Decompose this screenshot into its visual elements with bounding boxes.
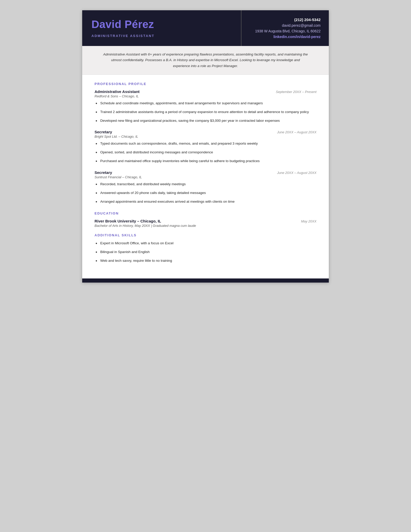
job-title-1: Administrative Assistant xyxy=(95,89,139,94)
bullet-item: Opened, sorted, and distributed incoming… xyxy=(95,150,316,156)
job-entry-2: Secretary June 20XX – August 20XX Bright… xyxy=(95,130,316,165)
resume-document: David Pérez Administrative Assistant (21… xyxy=(82,10,329,283)
bullet-item: Answered upwards of 20 phone calls daily… xyxy=(95,190,316,197)
skill-item: Expert in Microsoft Office, with a focus… xyxy=(95,241,316,247)
edu-header-1: River Brook University – Chicago, IL May… xyxy=(95,219,316,223)
job-entry-1: Administrative Assistant September 20XX … xyxy=(95,89,316,125)
section-title-education: EDUCATION xyxy=(95,211,316,215)
job-dates-1: September 20XX – Present xyxy=(276,90,316,94)
job-title-3: Secretary xyxy=(95,170,112,175)
job-dates-3: June 20XX – August 20XX xyxy=(277,171,316,175)
bullet-item: Developed new filing and organizational … xyxy=(95,118,316,125)
job-title-2: Secretary xyxy=(95,130,112,134)
job-dates-2: June 20XX – August 20XX xyxy=(277,130,316,134)
contact-email: david.perez@gmail.com xyxy=(282,23,321,27)
summary-text: Administrative Assistant with 6+ years o… xyxy=(103,52,308,69)
section-title-skills: ADDITIONAL SKILLS xyxy=(95,233,316,237)
bullet-item: Arranged appointments and ensured execut… xyxy=(95,199,316,206)
contact-phone: (212) 204-5342 xyxy=(294,17,321,22)
section-title-professional: PROFESSIONAL PROFILE xyxy=(95,82,316,86)
skill-item: Web and tech savvy, require little to no… xyxy=(95,258,316,265)
job-bullets-2: Typed documents such as correspondence, … xyxy=(95,141,316,165)
bullet-item: Recorded, transcribed, and distributed w… xyxy=(95,182,316,188)
job-entry-3: Secretary June 20XX – August 20XX Suntru… xyxy=(95,170,316,206)
header-contact: (212) 204-5342 david.perez@gmail.com 193… xyxy=(241,10,329,46)
bullet-item: Trained 2 administrative assistants duri… xyxy=(95,109,316,116)
bullet-item: Typed documents such as correspondence, … xyxy=(95,141,316,148)
job-bullets-3: Recorded, transcribed, and distributed w… xyxy=(95,182,316,206)
job-header-3: Secretary June 20XX – August 20XX xyxy=(95,170,316,175)
job-company-2: Bright Spot Ltd. – Chicago, IL xyxy=(95,135,316,138)
header-left: David Pérez Administrative Assistant xyxy=(82,10,241,46)
candidate-name: David Pérez xyxy=(91,18,232,30)
section-education: EDUCATION River Brook University – Chica… xyxy=(95,211,316,228)
job-company-3: Suntrust Financial – Chicago, IL xyxy=(95,175,316,179)
edu-degree: Bachelor of Arts in History, May 20XX | … xyxy=(95,224,316,228)
edu-dates: May 20XX xyxy=(301,219,316,223)
resume-header: David Pérez Administrative Assistant (21… xyxy=(82,10,329,46)
contact-linkedin: linkedin.com/in/david-perez xyxy=(273,35,321,39)
section-additional-skills: ADDITIONAL SKILLS Expert in Microsoft Of… xyxy=(95,233,316,265)
bullet-item: Purchased and maintained office supply i… xyxy=(95,158,316,165)
contact-address: 1938 W Augusta Blvd, Chicago, IL 60622 xyxy=(255,29,321,33)
bullet-item: Schedule and coordinate meetings, appoin… xyxy=(95,101,316,107)
job-header-2: Secretary June 20XX – August 20XX xyxy=(95,130,316,134)
job-company-1: Redford & Sons – Chicago, IL xyxy=(95,94,316,98)
skills-bullets: Expert in Microsoft Office, with a focus… xyxy=(95,241,316,265)
job-header-1: Administrative Assistant September 20XX … xyxy=(95,89,316,94)
job-bullets-1: Schedule and coordinate meetings, appoin… xyxy=(95,101,316,125)
edu-entry-1: River Brook University – Chicago, IL May… xyxy=(95,219,316,228)
summary-section: Administrative Assistant with 6+ years o… xyxy=(82,46,329,75)
main-content: PROFESSIONAL PROFILE Administrative Assi… xyxy=(82,75,329,279)
section-professional-profile: PROFESSIONAL PROFILE Administrative Assi… xyxy=(95,82,316,206)
footer-bar xyxy=(82,278,329,283)
candidate-title: Administrative Assistant xyxy=(91,34,232,38)
edu-school: River Brook University – Chicago, IL xyxy=(95,219,161,223)
skill-item: Bilingual in Spanish and English xyxy=(95,249,316,256)
